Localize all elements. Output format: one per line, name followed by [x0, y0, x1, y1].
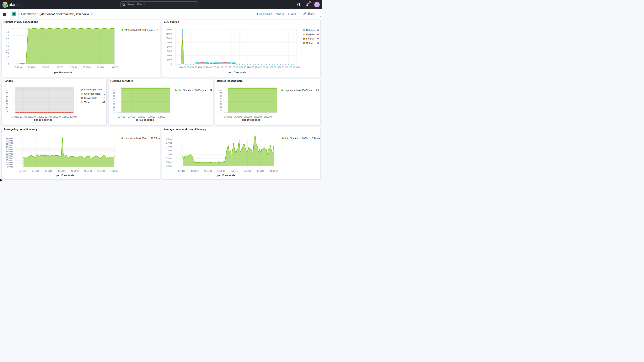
svg-text:15:48:00: 15:48:00 [20, 116, 28, 118]
svg-text:0.00ms: 0.00ms [7, 166, 13, 168]
svg-text:16:00:00: 16:00:00 [270, 170, 278, 172]
svg-text:15:46:00: 15:46:00 [178, 170, 186, 172]
svg-text:15:52:00: 15:52:00 [36, 116, 44, 118]
svg-text:15:56:00: 15:56:00 [53, 116, 61, 118]
svg-text:0.30ms: 0.30ms [166, 142, 172, 144]
svg-text:50: 50 [113, 98, 115, 100]
svg-text:15:56:00: 15:56:00 [260, 66, 268, 68]
svg-text:15:46:00: 15:46:00 [224, 116, 232, 118]
svg-text:70: 70 [220, 92, 222, 94]
svg-text:0.25ms: 0.25ms [166, 146, 172, 148]
svg-text:http://localhost:808…: http://localhost:808… [125, 137, 148, 140]
svg-text:15:46:00: 15:46:00 [179, 66, 186, 68]
svg-text:16:00:00: 16:00:00 [110, 170, 118, 172]
svg-text:15:52:00: 15:52:00 [56, 66, 63, 68]
svg-text:50.00ms: 50.00ms [6, 144, 13, 146]
svg-text:per 10 seconds: per 10 seconds [56, 174, 74, 177]
svg-text:80: 80 [220, 90, 222, 92]
svg-text:50: 50 [220, 98, 222, 100]
svg-text:Unavailable: Unavailable [84, 96, 97, 100]
svg-text:15:50:00: 15:50:00 [45, 170, 52, 172]
svg-text:15:55:00: 15:55:00 [254, 116, 262, 118]
svg-text:10: 10 [6, 108, 8, 110]
svg-text:15:55:00: 15:55:00 [148, 116, 155, 118]
svg-text:16:00:00: 16:00:00 [293, 66, 300, 68]
svg-text:0: 0 [220, 111, 222, 113]
svg-text:12,000: 12,000 [166, 37, 172, 39]
svg-text:15:58:00: 15:58:00 [158, 116, 165, 118]
svg-text:0.4: 0.4 [6, 48, 9, 51]
svg-text:4,000: 4,000 [167, 54, 172, 56]
svg-text:0: 0 [317, 33, 319, 36]
svg-text:1: 1 [8, 27, 9, 30]
svg-text:Deletes: Deletes [306, 28, 315, 32]
svg-text:16:00:00: 16:00:00 [70, 116, 77, 118]
svg-text:1: 1 [157, 28, 158, 32]
svg-text:0.05ms: 0.05ms [166, 161, 172, 163]
svg-text:0: 0 [317, 37, 319, 40]
svg-text:30: 30 [220, 103, 222, 105]
svg-text:per 10 seconds: per 10 seconds [34, 118, 52, 121]
svg-text:20: 20 [220, 106, 222, 108]
svg-text:15:54:00: 15:54:00 [69, 66, 77, 68]
svg-text:70: 70 [113, 92, 115, 94]
svg-text:15:50:00: 15:50:00 [211, 66, 219, 68]
svg-text:15:50:00: 15:50:00 [28, 116, 36, 118]
svg-text:Inserts: Inserts [306, 37, 314, 40]
svg-text:http://localhost:8080…: http://localhost:8080… [285, 137, 310, 140]
svg-text:65.00ms: 65.00ms [6, 138, 13, 140]
svg-text:0.3: 0.3 [6, 52, 9, 54]
svg-text:20.00ms: 20.00ms [6, 157, 13, 159]
svg-text:15:56:00: 15:56:00 [244, 170, 251, 172]
svg-text:70: 70 [6, 92, 8, 94]
svg-text:15:48:00: 15:48:00 [195, 66, 202, 68]
svg-text:10: 10 [113, 108, 115, 111]
svg-text:15:52:00: 15:52:00 [138, 116, 145, 118]
svg-text:15:58:00: 15:58:00 [257, 170, 264, 172]
svg-text:15:52:00: 15:52:00 [217, 170, 225, 172]
svg-text:15:56:00: 15:56:00 [84, 170, 92, 172]
svg-text:15:58:00: 15:58:00 [276, 66, 284, 68]
svg-text:0: 0 [114, 111, 115, 113]
svg-text:0.2: 0.2 [6, 56, 9, 58]
svg-text:80: 80 [6, 89, 8, 91]
svg-text:15:48:00: 15:48:00 [28, 66, 36, 68]
svg-text:15:49:00: 15:49:00 [234, 116, 242, 118]
svg-text:15:57:00: 15:57:00 [268, 66, 276, 68]
svg-text:0.15ms: 0.15ms [166, 154, 172, 156]
svg-text:per 10 seconds: per 10 seconds [217, 174, 235, 177]
svg-text:http://localhost:8080/_sta…: http://localhost:8080/_sta… [284, 89, 315, 92]
svg-text:14,000: 14,000 [166, 33, 172, 35]
svg-text:89: 89 [316, 89, 319, 92]
svg-text:0: 0 [317, 42, 319, 44]
svg-text:0: 0 [7, 111, 8, 113]
svg-text:20: 20 [6, 106, 8, 108]
svg-text:0.1: 0.1 [6, 59, 9, 61]
svg-text:0.9: 0.9 [6, 31, 9, 33]
svg-text:0.00ms: 0.00ms [166, 165, 172, 167]
svg-text:15:51:00: 15:51:00 [220, 66, 227, 68]
svg-text:15:49:00: 15:49:00 [128, 116, 135, 118]
svg-text:30: 30 [6, 103, 8, 105]
svg-text:15:53:00: 15:53:00 [236, 66, 243, 68]
svg-text:0: 0 [170, 63, 172, 65]
svg-text:0: 0 [8, 63, 9, 65]
svg-text:60: 60 [113, 95, 115, 97]
svg-text:15:59:00: 15:59:00 [284, 66, 292, 68]
svg-text:15:54:00: 15:54:00 [71, 170, 79, 172]
svg-text:15:47:00: 15:47:00 [187, 66, 194, 68]
svg-text:15:50:00: 15:50:00 [42, 66, 49, 68]
svg-text:40: 40 [220, 100, 222, 102]
svg-text:0.10ms: 0.10ms [166, 157, 172, 160]
svg-text:80: 80 [113, 90, 115, 92]
svg-text:60.00ms: 60.00ms [6, 140, 13, 142]
svg-text:15:55:00: 15:55:00 [252, 66, 260, 68]
svg-text:0: 0 [104, 92, 105, 95]
svg-text:6,000: 6,000 [167, 50, 172, 52]
svg-text:2,000: 2,000 [167, 59, 172, 61]
svg-text:40: 40 [6, 100, 8, 102]
svg-text:Underreplicated: Underreplicated [84, 88, 102, 91]
svg-text:25.00ms: 25.00ms [6, 155, 13, 157]
svg-text:16:00:00: 16:00:00 [111, 66, 118, 68]
svg-text:15:46:00: 15:46:00 [14, 66, 22, 68]
